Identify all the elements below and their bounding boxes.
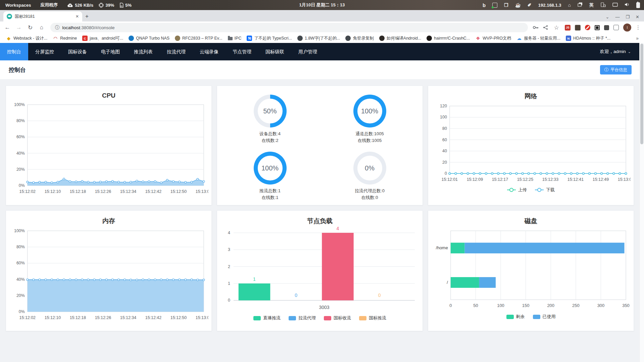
svg-text:80%: 80% [16, 118, 25, 123]
svg-text:2: 2 [228, 264, 230, 269]
js-extension-icon[interactable]: JS [565, 25, 571, 31]
bookmark-item[interactable]: ◠Redmine [50, 34, 80, 42]
battery-icon[interactable] [636, 2, 640, 8]
extensions-puzzle-icon[interactable] [604, 25, 609, 30]
display-tray-icon[interactable] [612, 3, 618, 8]
nav-item-1[interactable]: 分屏监控 [28, 43, 61, 60]
memory-usage-indicator[interactable]: 5% [119, 3, 132, 8]
legend-item[interactable]: 下载 [535, 187, 555, 193]
tab-search-chevron-icon[interactable]: ⌄ [606, 14, 609, 19]
cpu-usage-indicator[interactable]: 39% [99, 3, 114, 8]
user-menu[interactable]: 欢迎，admin ⌄ [600, 49, 640, 55]
legend-item[interactable]: 上传 [507, 187, 527, 193]
bookmark-item[interactable]: RFC2833 – RTP Ev... [172, 34, 225, 42]
device-tray-icon[interactable] [600, 2, 606, 8]
ip-address-indicator[interactable]: 192.168.1.3 [538, 3, 561, 8]
volume-tray-icon[interactable] [625, 2, 630, 8]
profile-avatar[interactable]: I [623, 23, 631, 32]
color-picker-tray-icon[interactable]: ✐ [528, 2, 532, 8]
adblock-extension-icon[interactable] [585, 25, 590, 30]
gauge-percent: 50% [254, 95, 287, 127]
input-language-indicator[interactable]: 英 [589, 2, 594, 8]
nav-item-5[interactable]: 拉流代理 [160, 43, 193, 60]
network-speed-indicator[interactable]: 526 KB/s [67, 3, 93, 8]
nav-item-2[interactable]: 国标设备 [61, 43, 94, 60]
bookmark-item[interactable]: ◆Webstack - 设计... [3, 34, 50, 42]
home-tray-icon[interactable]: ⌂ [568, 2, 571, 8]
caffeine-tray-icon[interactable]: ☕ [515, 2, 521, 8]
nav-item-7[interactable]: 节点管理 [226, 43, 258, 60]
nav-item-4[interactable]: 推流列表 [127, 43, 160, 60]
nav-item-8[interactable]: 国标级联 [258, 43, 291, 60]
platform-info-button[interactable]: ⓘ 平台信息 [600, 65, 632, 74]
bookmark-item[interactable]: NHDAtmos :: 种子 *... [563, 34, 613, 42]
csdn-icon: C [82, 36, 88, 41]
window-restore-icon[interactable]: ❐ [626, 14, 630, 19]
window-close-icon[interactable]: ✕ [636, 14, 639, 19]
clock[interactable]: 1月10日 星期二 15：13 [299, 2, 345, 8]
bookmark-item[interactable]: Cjava、android可... [80, 34, 126, 42]
svg-text:0: 0 [445, 171, 447, 176]
gauge-grid: 50%设备总数:4在线数:2100%通道总数:1005在线数:1005100%推… [220, 89, 419, 205]
workspaces-button[interactable]: Workspaces [5, 3, 31, 8]
browser-toolbar: ← → ↻ ⌂ ⓘ localhost:38080/#/console ☆ JS… [0, 21, 644, 34]
share-icon[interactable] [543, 25, 548, 30]
legend-item[interactable]: 国标收流 [324, 315, 351, 321]
legend-label: 上传 [518, 187, 527, 193]
app-status-tray-icon[interactable] [492, 3, 497, 8]
scrollbar-thumb[interactable] [640, 44, 643, 144]
bing-tray-icon[interactable]: b [483, 2, 486, 8]
back-button[interactable]: ← [3, 24, 11, 31]
legend-item[interactable]: 已使用 [533, 314, 556, 320]
legend-chip [289, 316, 296, 320]
home-button[interactable]: ⌂ [38, 24, 46, 31]
gauge-percent: 100% [353, 95, 386, 127]
reload-button[interactable]: ↻ [26, 24, 34, 31]
password-key-icon[interactable] [533, 25, 539, 30]
windows-stack-icon[interactable] [578, 2, 583, 8]
bookmark-item[interactable]: IPC [225, 34, 244, 42]
new-tab-button[interactable]: + [82, 12, 92, 21]
browser-menu-icon[interactable]: ⋮ [636, 24, 641, 31]
nav-item-0[interactable]: 控制台 [0, 43, 28, 60]
tab-close-icon[interactable]: ✕ [76, 14, 79, 19]
svg-text:15:12:09: 15:12:09 [467, 177, 483, 182]
svg-text:100: 100 [497, 303, 504, 308]
address-bar[interactable]: ⓘ localhost:38080/#/console [50, 23, 528, 32]
bookmark-item[interactable]: ☁服务器 - 轻量应用... [514, 34, 563, 42]
reader-extension-icon[interactable] [575, 25, 581, 31]
bookmark-item[interactable]: 免登录复制 [343, 34, 377, 42]
legend-item[interactable]: 国标推流 [359, 315, 386, 321]
screenshot-extension-icon[interactable] [595, 25, 600, 30]
network-chart: 02040608010012015:12:0115:12:0915:12:171… [431, 101, 631, 186]
bookmark-item[interactable]: hairrrrr/C-CrashC... [424, 34, 473, 42]
page-title: 控制台 [9, 66, 26, 74]
svg-text:1: 1 [253, 276, 256, 282]
bookmark-item[interactable]: 如何编译Android... [377, 34, 424, 42]
browser-tab[interactable]: 国标28181 ✕ [3, 11, 82, 21]
clipboard-tray-icon[interactable]: ❐ [504, 2, 508, 8]
window-minimize-icon[interactable]: — [615, 14, 620, 19]
nav-item-9[interactable]: 用户管理 [291, 43, 324, 60]
nav-item-6[interactable]: 云端录像 [193, 43, 226, 60]
page-info-icon[interactable]: ⓘ [55, 24, 60, 31]
nav-item-3[interactable]: 电子地图 [94, 43, 127, 60]
svg-text:15:12:02: 15:12:02 [19, 189, 36, 194]
svg-text:15:12:10: 15:12:10 [45, 189, 61, 194]
bookmark-item[interactable]: QNAP Turbo NAS [126, 34, 172, 42]
welcome-label: 欢迎，admin [600, 49, 626, 55]
bookmark-item[interactable]: 1.8W字|了不起的... [295, 34, 343, 42]
bookmark-star-icon[interactable]: ☆ [552, 24, 560, 31]
svg-text:15:12:26: 15:12:26 [95, 189, 111, 194]
sidebar-extension-icon[interactable] [613, 25, 619, 30]
gauge-ring: 0% [353, 152, 386, 185]
legend-item[interactable]: 拉流代理 [289, 315, 316, 321]
page-scrollbar[interactable] [639, 43, 644, 362]
legend-item[interactable]: 直播推流 [253, 315, 281, 321]
forward-button[interactable]: → [15, 24, 23, 31]
legend-item[interactable]: 剩余 [506, 314, 525, 320]
applications-menu[interactable]: 应用程序 [40, 2, 58, 8]
bookmark-item[interactable]: ❖WVP-PRO文档 [473, 34, 514, 42]
bookmark-item[interactable]: 知了不起的 TypeScri... [244, 34, 295, 42]
bookmarks-overflow-icon[interactable]: » [636, 36, 641, 41]
